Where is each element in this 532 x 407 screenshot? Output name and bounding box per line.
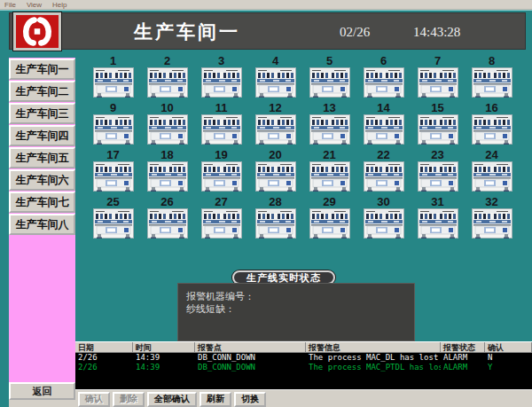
toolbar-button-全部确认[interactable]: 全部确认 bbox=[147, 392, 197, 407]
column-header-ack: 确认 bbox=[485, 342, 532, 352]
machine-cell-26[interactable]: 26 bbox=[140, 195, 194, 242]
machine-cell-15[interactable]: 15 bbox=[411, 101, 465, 148]
main-area: 生产车间一 02/26 14:43:28 生产车间一 生产车间二 生产车间三 生… bbox=[0, 10, 532, 407]
knitting-machine-icon bbox=[255, 114, 296, 145]
bottom-strip-left bbox=[9, 400, 75, 407]
knitting-machine-icon bbox=[364, 161, 404, 192]
sidebar-item-workshop-3[interactable]: 生产车间三 bbox=[9, 103, 75, 124]
alarm-cell-message: The process MAC_PTDL has lost its... bbox=[306, 363, 441, 372]
knitting-machine-icon bbox=[201, 208, 242, 239]
knitting-machine-icon bbox=[309, 161, 350, 192]
toolbar-button-刷新[interactable]: 刷新 bbox=[200, 392, 231, 407]
knitting-machine-icon bbox=[255, 208, 296, 239]
alarm-cell-date: 2/26 bbox=[75, 363, 133, 372]
alarm-row[interactable]: 2/2614:39DB_CONN_DOWNThe process MAC_DL … bbox=[75, 353, 532, 363]
machine-number: 16 bbox=[465, 101, 519, 114]
machine-cell-18[interactable]: 18 bbox=[140, 148, 194, 195]
machine-number: 4 bbox=[248, 54, 302, 67]
machine-cell-32[interactable]: 32 bbox=[465, 195, 519, 242]
knitting-machine-icon bbox=[147, 161, 188, 192]
machine-cell-20[interactable]: 20 bbox=[248, 148, 302, 195]
return-button[interactable]: 返回 bbox=[9, 382, 75, 400]
machine-number: 14 bbox=[356, 101, 411, 114]
machine-cell-22[interactable]: 22 bbox=[356, 148, 411, 195]
alarm-table-header: 日期时间报警点报警信息报警状态确认 bbox=[75, 341, 532, 353]
page-title: 生产车间一 bbox=[134, 20, 240, 44]
brand-logo bbox=[12, 12, 62, 51]
alarm-row[interactable]: 2/2614:39DB_CONN_DOWNThe process MAC_PTD… bbox=[75, 363, 532, 372]
machine-cell-14[interactable]: 14 bbox=[356, 101, 411, 148]
machine-number: 27 bbox=[194, 195, 248, 208]
sidebar-item-workshop-4[interactable]: 生产车间四 bbox=[9, 125, 75, 146]
sidebar-item-workshop-2[interactable]: 生产车间二 bbox=[9, 81, 75, 102]
column-header-message: 报警信息 bbox=[306, 342, 441, 352]
knitting-machine-icon bbox=[472, 161, 512, 192]
toolbar-button-切换[interactable]: 切换 bbox=[234, 392, 266, 407]
machine-cell-23[interactable]: 23 bbox=[411, 148, 465, 195]
menu-view[interactable]: View bbox=[27, 1, 42, 9]
machine-cell-6[interactable]: 6 bbox=[356, 54, 411, 101]
machine-number: 11 bbox=[194, 101, 248, 114]
machine-cell-7[interactable]: 7 bbox=[411, 54, 465, 101]
machine-cell-8[interactable]: 8 bbox=[465, 54, 519, 101]
toolbar-button-确认: 确认 bbox=[78, 392, 110, 407]
machine-cell-3[interactable]: 3 bbox=[194, 54, 248, 101]
knitting-machine-icon bbox=[364, 114, 404, 145]
machine-cell-25[interactable]: 25 bbox=[86, 195, 140, 242]
knitting-machine-icon bbox=[147, 208, 188, 239]
machine-cell-10[interactable]: 10 bbox=[140, 101, 194, 148]
alarm-toolbar: 确认删除全部确认刷新切换 bbox=[75, 389, 532, 407]
alarm-cell-point: DB_CONN_DOWN bbox=[195, 353, 306, 363]
knitting-machine-icon bbox=[147, 67, 188, 98]
machine-cell-27[interactable]: 27 bbox=[194, 195, 248, 242]
machine-cell-2[interactable]: 2 bbox=[140, 54, 194, 101]
machine-cell-13[interactable]: 13 bbox=[302, 101, 356, 148]
sidebar-item-workshop-7[interactable]: 生产车间七 bbox=[9, 192, 75, 213]
column-header-time: 时间 bbox=[133, 342, 195, 352]
machine-cell-30[interactable]: 30 bbox=[356, 195, 411, 242]
machine-cell-29[interactable]: 29 bbox=[302, 195, 356, 242]
machine-number: 9 bbox=[86, 101, 140, 114]
time-display: 14:43:28 bbox=[413, 25, 460, 40]
machine-cell-12[interactable]: 12 bbox=[248, 101, 302, 148]
machine-cell-1[interactable]: 1 bbox=[86, 54, 140, 101]
machine-cell-5[interactable]: 5 bbox=[302, 54, 356, 101]
machine-cell-11[interactable]: 11 bbox=[194, 101, 248, 148]
knitting-machine-icon bbox=[309, 208, 350, 239]
machine-number: 23 bbox=[411, 148, 465, 161]
machine-number: 8 bbox=[465, 54, 519, 67]
machine-cell-4[interactable]: 4 bbox=[248, 54, 302, 101]
machine-number: 31 bbox=[411, 195, 465, 208]
machine-cell-31[interactable]: 31 bbox=[411, 195, 465, 242]
machine-cell-16[interactable]: 16 bbox=[465, 101, 519, 148]
machine-number: 3 bbox=[194, 54, 248, 67]
alarm-table-body[interactable]: 2/2614:39DB_CONN_DOWNThe process MAC_DL … bbox=[75, 353, 532, 389]
machine-cell-9[interactable]: 9 bbox=[86, 101, 140, 148]
machine-cell-24[interactable]: 24 bbox=[465, 148, 519, 195]
machine-cell-28[interactable]: 28 bbox=[248, 195, 302, 242]
machine-cell-17[interactable]: 17 bbox=[86, 148, 140, 195]
machine-number: 2 bbox=[140, 54, 194, 67]
menu-file[interactable]: File bbox=[4, 1, 16, 9]
alarm-cell-date: 2/26 bbox=[75, 353, 133, 363]
column-header-point: 报警点 bbox=[195, 342, 306, 352]
machine-number: 25 bbox=[86, 195, 140, 208]
alarm-cell-status: ALARM bbox=[441, 363, 485, 372]
menu-help[interactable]: Help bbox=[52, 1, 66, 9]
brand-h-icon bbox=[16, 15, 59, 48]
knitting-machine-icon bbox=[364, 67, 404, 98]
sidebar-item-workshop-8[interactable]: 生产车间八 bbox=[9, 214, 75, 235]
machine-number: 18 bbox=[140, 148, 194, 161]
machine-number: 15 bbox=[411, 101, 465, 114]
knitting-machine-icon bbox=[201, 67, 242, 98]
machine-cell-21[interactable]: 21 bbox=[302, 148, 356, 195]
alarm-cell-point: DB_CONN_DOWN bbox=[195, 363, 306, 372]
sidebar-item-workshop-1[interactable]: 生产车间一 bbox=[9, 59, 75, 80]
knitting-machine-icon bbox=[472, 67, 512, 98]
machine-number: 29 bbox=[302, 195, 356, 208]
menu-bar: File View Help bbox=[0, 0, 532, 10]
knitting-machine-icon bbox=[472, 208, 512, 239]
machine-cell-19[interactable]: 19 bbox=[194, 148, 248, 195]
sidebar-item-workshop-6[interactable]: 生产车间六 bbox=[9, 169, 75, 191]
sidebar-item-workshop-5[interactable]: 生产车间五 bbox=[9, 147, 75, 168]
